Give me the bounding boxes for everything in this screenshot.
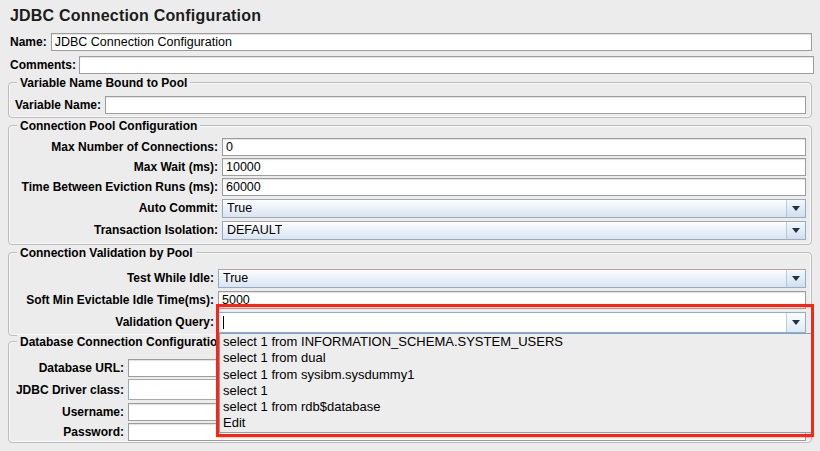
max-connections-label: Max Number of Connections: xyxy=(9,140,222,154)
database-url-label: Database URL: xyxy=(9,361,128,375)
jdbc-connection-configuration-panel: JDBC Connection Configuration Name: Comm… xyxy=(0,0,820,451)
group-title: Connection Pool Configuration xyxy=(17,119,200,133)
chevron-down-icon xyxy=(786,200,805,217)
validation-query-dropdown-list: select 1 from INFORMATION_SCHEMA.SYSTEM_… xyxy=(219,333,812,433)
text-cursor xyxy=(223,316,224,329)
eviction-runs-input[interactable] xyxy=(222,178,806,196)
dropdown-option[interactable]: select 1 from sysibm.sysdummy1 xyxy=(220,367,811,383)
auto-commit-value: True xyxy=(227,201,252,215)
group-title: Variable Name Bound to Pool xyxy=(17,76,190,90)
max-wait-input[interactable] xyxy=(222,158,806,176)
soft-min-evictable-label: Soft Min Evictable Idle Time(ms): xyxy=(9,293,218,307)
name-label: Name: xyxy=(10,35,47,49)
chevron-down-icon[interactable] xyxy=(786,313,805,332)
chevron-down-icon xyxy=(786,270,805,287)
test-while-idle-value: True xyxy=(223,271,248,285)
dropdown-option[interactable]: select 1 from dual xyxy=(220,350,811,366)
validation-query-combobox[interactable] xyxy=(218,312,806,333)
group-variable-name-bound-to-pool: Variable Name Bound to Pool Variable Nam… xyxy=(8,82,812,118)
dropdown-option[interactable]: select 1 from rdb$database xyxy=(220,399,811,415)
dropdown-option-edit[interactable]: Edit xyxy=(220,415,811,431)
group-title: Connection Validation by Pool xyxy=(17,246,196,260)
transaction-isolation-value: DEFAULT xyxy=(227,223,282,237)
username-label: Username: xyxy=(9,405,128,419)
auto-commit-select[interactable]: True xyxy=(222,199,806,218)
dropdown-option[interactable]: select 1 xyxy=(220,383,811,399)
test-while-idle-label: Test While Idle: xyxy=(9,271,218,285)
auto-commit-label: Auto Commit: xyxy=(9,201,222,215)
eviction-runs-label: Time Between Eviction Runs (ms): xyxy=(9,180,222,194)
transaction-isolation-label: Transaction Isolation: xyxy=(9,223,222,237)
max-wait-label: Max Wait (ms): xyxy=(9,160,222,174)
validation-query-label: Validation Query: xyxy=(9,315,218,329)
comments-input[interactable] xyxy=(79,56,814,74)
dropdown-option[interactable]: select 1 from INFORMATION_SCHEMA.SYSTEM_… xyxy=(220,334,811,350)
group-connection-pool-configuration: Connection Pool Configuration Max Number… xyxy=(8,125,812,245)
transaction-isolation-select[interactable]: DEFAULT xyxy=(222,221,806,240)
password-label: Password: xyxy=(9,425,128,439)
chevron-down-icon xyxy=(786,222,805,239)
soft-min-evictable-input[interactable] xyxy=(218,291,806,309)
page-title: JDBC Connection Configuration xyxy=(10,7,261,25)
jdbc-driver-class-label: JDBC Driver class: xyxy=(9,383,128,397)
max-connections-input[interactable] xyxy=(222,138,806,156)
variable-name-input[interactable] xyxy=(105,96,806,114)
group-title: Database Connection Configuration xyxy=(17,335,228,349)
comments-label: Comments: xyxy=(10,58,76,72)
group-connection-validation-by-pool: Connection Validation by Pool Test While… xyxy=(8,252,812,336)
variable-name-label: Variable Name: xyxy=(9,98,105,112)
name-input[interactable] xyxy=(51,33,812,51)
test-while-idle-select[interactable]: True xyxy=(218,269,806,288)
